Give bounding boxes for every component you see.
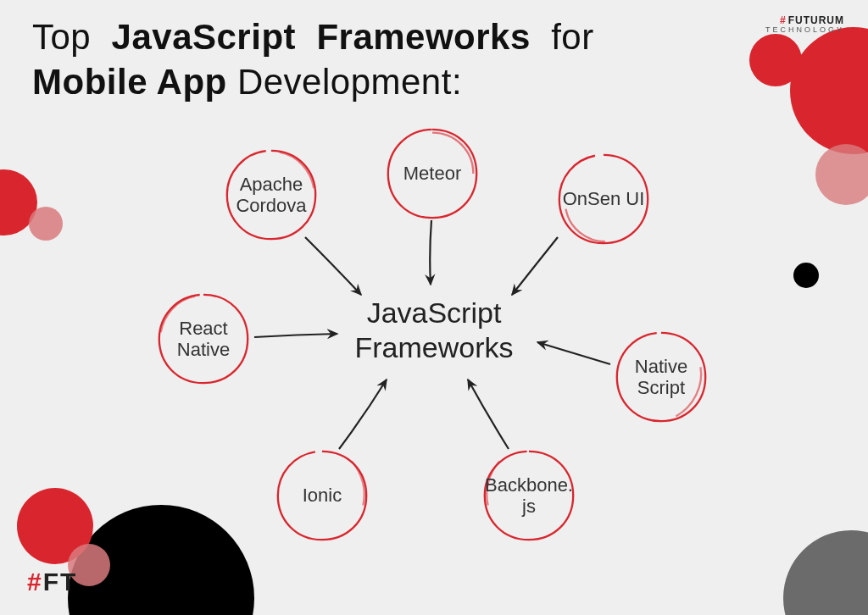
decor-dot	[749, 34, 802, 86]
hash-icon: #	[27, 568, 43, 596]
brand-logo-bottom: #FT	[27, 568, 77, 596]
center-line: JavaScript	[367, 296, 502, 329]
node-ionic: Ionic	[273, 446, 371, 545]
node-label: Meteor	[398, 163, 466, 184]
node-apache-cordova: ApacheCordova	[222, 146, 320, 244]
brand-sub: TECHNOLOGY	[765, 26, 844, 35]
node-meteor: Meteor	[383, 125, 481, 223]
node-onsen: OnSen UI	[554, 150, 653, 248]
title-word: Frameworks	[316, 17, 530, 57]
node-native-script: NativeScript	[612, 328, 710, 426]
title-word: Top	[32, 17, 91, 57]
brand-name: FUTURUM	[788, 14, 844, 26]
node-backbone: Backbone.js	[480, 446, 578, 545]
center-node: JavaScript Frameworks	[354, 296, 513, 365]
node-react-native: ReactNative	[154, 290, 253, 388]
page-title: Top JavaScript Frameworks for Mobile App…	[32, 15, 594, 104]
title-word: for	[551, 17, 594, 57]
brand-short: FT	[43, 568, 78, 596]
node-label: OnSen UI	[558, 188, 650, 209]
node-label: Backbone.js	[480, 474, 578, 518]
decor-dot	[790, 27, 868, 154]
title-word: Mobile App	[32, 62, 227, 102]
decor-dot	[793, 263, 819, 288]
decor-dot	[783, 530, 868, 615]
title-word: JavaScript	[112, 17, 296, 57]
hash-icon: #	[780, 14, 787, 26]
title-word: Development:	[237, 62, 462, 102]
brand-logo-top: #FUTURUM TECHNOLOGY	[765, 15, 844, 35]
decor-dot	[815, 144, 868, 205]
decor-dot	[29, 207, 63, 241]
center-line: Frameworks	[354, 331, 513, 363]
node-label: Ionic	[298, 485, 347, 506]
node-label: ApacheCordova	[231, 174, 311, 217]
node-label: ReactNative	[172, 318, 235, 361]
node-label: NativeScript	[630, 356, 693, 399]
